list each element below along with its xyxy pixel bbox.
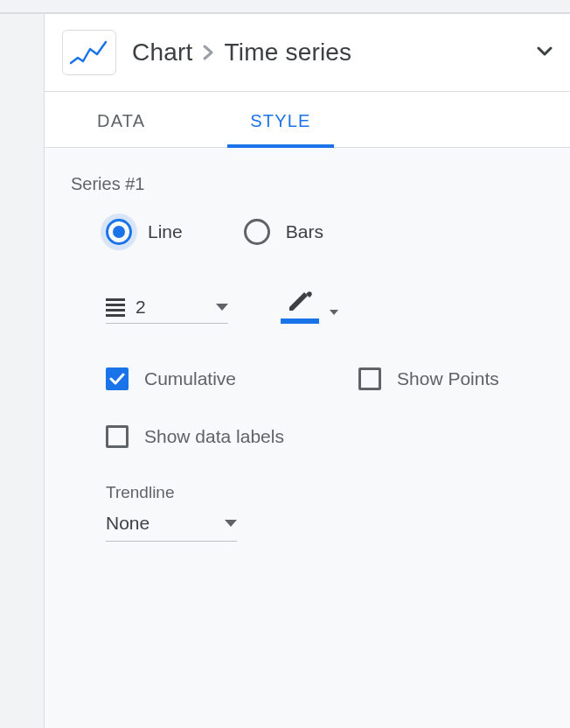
- style-content: Series #1 Line Bars 2: [45, 148, 570, 728]
- checkbox-show-data-labels-label: Show data labels: [144, 426, 284, 447]
- dropdown-icon: [225, 520, 237, 527]
- checkbox-row-2: Show data labels: [71, 425, 544, 448]
- line-color-select[interactable]: [281, 289, 338, 324]
- checkmark-icon: [109, 373, 125, 385]
- series-title: Series #1: [71, 174, 544, 194]
- checkbox-cumulative-label: Cumulative: [144, 368, 236, 389]
- checkbox-show-data-labels[interactable]: Show data labels: [106, 425, 544, 448]
- pencil-icon: [285, 289, 315, 315]
- tab-data[interactable]: DATA: [80, 92, 163, 147]
- dropdown-icon: [330, 310, 338, 315]
- checkbox-show-points-label: Show Points: [397, 368, 499, 389]
- tabs: DATA STYLE: [45, 92, 570, 148]
- line-weight-value: 2: [136, 297, 205, 318]
- tab-style[interactable]: STYLE: [233, 92, 328, 147]
- color-underline: [281, 318, 319, 324]
- trendline-section: Trendline None: [71, 483, 544, 542]
- radio-bars-circle: [244, 219, 270, 245]
- radio-bars-label: Bars: [286, 221, 323, 242]
- line-weight-icon: [106, 298, 125, 317]
- header-dropdown-icon[interactable]: [537, 45, 553, 60]
- checkbox-show-points[interactable]: Show Points: [358, 368, 499, 390]
- checkbox-row-1: Cumulative Show Points: [71, 368, 544, 390]
- chart-type-icon[interactable]: [62, 30, 116, 75]
- line-chart-icon: [67, 37, 111, 68]
- trendline-value: None: [106, 513, 149, 534]
- trendline-label: Trendline: [106, 483, 544, 502]
- breadcrumb[interactable]: Chart Time series: [132, 38, 351, 66]
- radio-bars[interactable]: Bars: [244, 219, 323, 245]
- line-style-row: 2: [71, 289, 544, 324]
- breadcrumb-current: Time series: [224, 38, 351, 66]
- series-type-group: Line Bars: [71, 219, 544, 245]
- checkbox-cumulative-box: [106, 368, 129, 390]
- checkbox-show-data-labels-box: [106, 425, 129, 448]
- dropdown-icon: [216, 304, 228, 311]
- chevron-down-icon: [537, 46, 553, 57]
- radio-line-label: Line: [148, 221, 183, 242]
- radio-line[interactable]: Line: [106, 219, 183, 245]
- radio-line-circle: [106, 219, 132, 245]
- line-weight-select[interactable]: 2: [106, 297, 228, 324]
- breadcrumb-root: Chart: [132, 38, 192, 66]
- checkbox-show-points-box: [358, 368, 381, 390]
- trendline-select[interactable]: None: [106, 513, 237, 542]
- chevron-right-icon: [201, 44, 215, 61]
- panel-header: Chart Time series: [45, 14, 570, 92]
- checkbox-cumulative[interactable]: Cumulative: [106, 368, 236, 390]
